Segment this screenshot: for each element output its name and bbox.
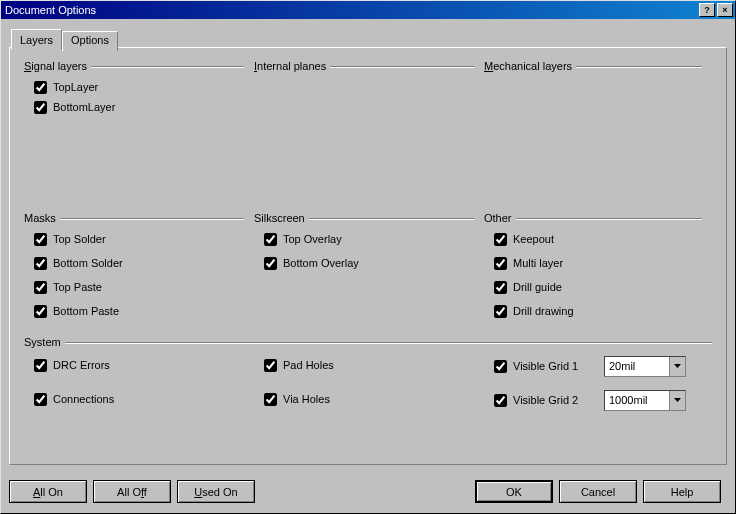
checkbox-via-holes[interactable]: Via Holes bbox=[264, 390, 484, 408]
close-button[interactable]: × bbox=[717, 3, 733, 17]
chevron-down-icon[interactable] bbox=[669, 391, 685, 410]
checkbox-visible-grid-2[interactable]: Visible Grid 2 bbox=[494, 394, 604, 407]
help-icon: ? bbox=[704, 6, 710, 15]
document-options-window: Document Options ? × Layers Options Sign… bbox=[0, 0, 736, 514]
checkbox-bottomlayer[interactable]: BottomLayer bbox=[34, 98, 254, 116]
all-off-button[interactable]: All Off bbox=[93, 480, 171, 503]
checkbox-bottom-overlay[interactable]: Bottom Overlay bbox=[264, 254, 484, 272]
cancel-button[interactable]: Cancel bbox=[559, 480, 637, 503]
checkbox-bottom-paste[interactable]: Bottom Paste bbox=[34, 302, 254, 320]
checkbox-toplayer[interactable]: TopLayer bbox=[34, 78, 254, 96]
internal-planes-group: Internal planes bbox=[254, 60, 484, 72]
button-bar: All On All Off Used On OK Cancel Help bbox=[9, 480, 727, 503]
help-button[interactable]: ? bbox=[699, 3, 715, 17]
layers-panel: Signal layers TopLayer BottomLayer Inter… bbox=[9, 47, 727, 465]
used-on-button[interactable]: Used On bbox=[177, 480, 255, 503]
svg-marker-0 bbox=[674, 364, 681, 368]
combo-grid-2[interactable]: 1000mil bbox=[604, 390, 686, 411]
tab-layers[interactable]: Layers bbox=[11, 29, 62, 50]
checkbox-bottomlayer-input[interactable] bbox=[34, 101, 47, 114]
checkbox-drc-errors[interactable]: DRC Errors bbox=[34, 356, 254, 374]
checkbox-top-overlay[interactable]: Top Overlay bbox=[264, 230, 484, 248]
tab-options[interactable]: Options bbox=[62, 31, 118, 51]
tab-strip: Layers Options bbox=[11, 29, 727, 49]
visible-grid-1: Visible Grid 1 20mil bbox=[494, 354, 686, 378]
checkbox-bottom-solder[interactable]: Bottom Solder bbox=[34, 254, 254, 272]
checkbox-toplayer-input[interactable] bbox=[34, 81, 47, 94]
help-button[interactable]: Help bbox=[643, 480, 721, 503]
checkbox-visible-grid-1[interactable]: Visible Grid 1 bbox=[494, 360, 604, 373]
chevron-down-icon[interactable] bbox=[669, 357, 685, 376]
checkbox-drill-drawing[interactable]: Drill drawing bbox=[494, 302, 712, 320]
checkbox-keepout[interactable]: Keepout bbox=[494, 230, 712, 248]
masks-group: Masks bbox=[24, 212, 254, 224]
svg-marker-1 bbox=[674, 398, 681, 402]
checkbox-connections[interactable]: Connections bbox=[34, 390, 254, 408]
close-icon: × bbox=[722, 6, 727, 15]
checkbox-drill-guide[interactable]: Drill guide bbox=[494, 278, 712, 296]
checkbox-pad-holes[interactable]: Pad Holes bbox=[264, 356, 484, 374]
checkbox-multi-layer[interactable]: Multi layer bbox=[494, 254, 712, 272]
combo-grid-1[interactable]: 20mil bbox=[604, 356, 686, 377]
other-group: Other bbox=[484, 212, 712, 224]
window-title: Document Options bbox=[5, 4, 697, 16]
ok-button[interactable]: OK bbox=[475, 480, 553, 503]
signal-layers-group: Signal layers bbox=[24, 60, 254, 72]
checkbox-top-paste[interactable]: Top Paste bbox=[34, 278, 254, 296]
silkscreen-group: Silkscreen bbox=[254, 212, 484, 224]
mechanical-layers-group: Mechanical layers bbox=[484, 60, 712, 72]
visible-grid-2: Visible Grid 2 1000mil bbox=[494, 388, 686, 412]
checkbox-top-solder[interactable]: Top Solder bbox=[34, 230, 254, 248]
system-group: System bbox=[24, 336, 712, 348]
all-on-button[interactable]: All On bbox=[9, 480, 87, 503]
titlebar: Document Options ? × bbox=[1, 1, 735, 19]
